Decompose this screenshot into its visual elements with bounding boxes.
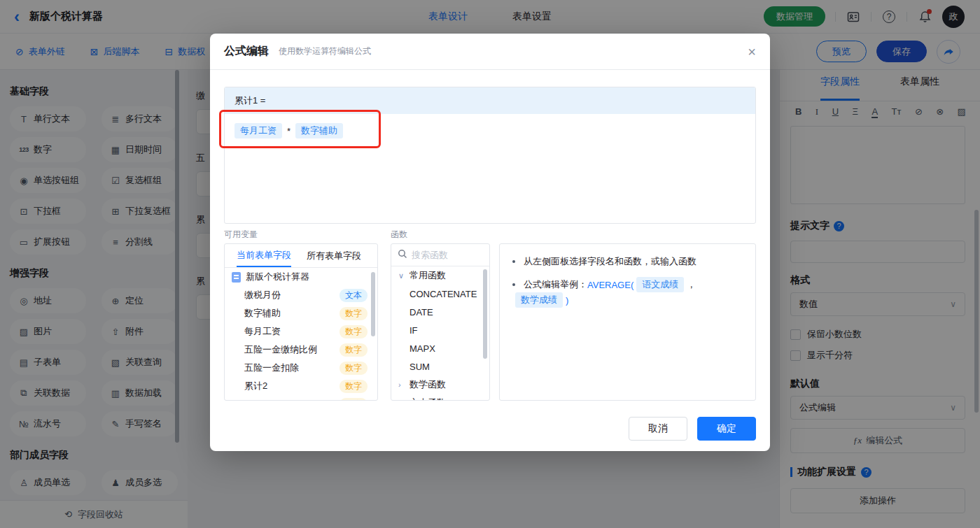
variable-type-badge: 数字 (340, 325, 368, 338)
close-icon[interactable]: × (748, 45, 756, 59)
function-item[interactable]: MAPX (391, 339, 489, 357)
bullet-icon (512, 283, 515, 286)
example-field-chip: 数学成绩 (515, 292, 563, 308)
function-item[interactable]: SUM (391, 357, 489, 376)
tip-text: 从左侧面板选择字段名和函数，或输入函数 (524, 255, 696, 268)
chevron-right-icon: › (398, 380, 405, 389)
function-name: SUM (410, 362, 430, 372)
functions-panel: ∨ 常用函数 CONCATENATE DATE IF (391, 243, 490, 401)
variable-name: 五险一金扣除 (244, 362, 299, 374)
clipped-variable-row: 数字 (225, 395, 377, 401)
function-item[interactable]: IF (391, 321, 489, 339)
app-window: ‹ 新版个税计算器 表单设计 表单设置 数据管理 ? (0, 0, 980, 528)
example-field-chip: 语文成绩 (636, 277, 684, 292)
variable-row[interactable]: 累计2 数字 (225, 377, 377, 395)
variable-type-badge: 数字 (340, 343, 368, 357)
variable-name: 缴税月份 (244, 289, 281, 301)
search-icon (398, 249, 407, 262)
function-group-common[interactable]: ∨ 常用函数 (391, 266, 489, 285)
chevron-down-icon: ∨ (398, 271, 405, 280)
variable-tree-root[interactable]: 新版个税计算器 (225, 268, 377, 286)
formula-editor-area[interactable]: 累计1 = 每月工资 * 数字辅助 (224, 87, 756, 224)
annotation-highlight-rectangle (219, 110, 381, 148)
variable-row[interactable]: 每月工资 数字 (225, 322, 377, 341)
variables-label: 可用变量 (224, 229, 258, 241)
functions-scrollbar[interactable] (483, 269, 487, 359)
variables-panel: 当前表单字段 所有表单字段 新版个税计算器 缴税月份 文本 (224, 243, 378, 401)
tab-current-form-fields[interactable]: 当前表单字段 (237, 244, 291, 267)
variable-type-badge: 数字 (340, 362, 368, 375)
function-name: DATE (410, 307, 433, 317)
function-search-input[interactable] (412, 250, 475, 260)
variable-row[interactable]: 缴税月份 文本 (225, 286, 377, 304)
variable-row[interactable]: 五险一金缴纳比例 数字 (225, 341, 377, 359)
cancel-button[interactable]: 取消 (629, 417, 687, 441)
variable-name: 每月工资 (244, 325, 281, 338)
variable-type-badge: 数字 (340, 307, 368, 320)
variable-row[interactable]: 五险一金扣除 数字 (225, 359, 377, 377)
bullet-icon (512, 260, 515, 263)
variable-type-badge: 数字 (340, 380, 368, 393)
function-name: IF (410, 325, 418, 336)
function-name: MAPX (410, 343, 435, 354)
modal-subtitle: 使用数学运算符编辑公式 (279, 45, 371, 57)
confirm-button[interactable]: 确定 (697, 417, 756, 441)
function-name: CONCATENATE (410, 289, 477, 299)
function-item[interactable]: CONCATENATE (391, 285, 489, 303)
function-item[interactable]: DATE (391, 303, 489, 321)
example-function: AVERAGE( (587, 280, 634, 290)
variable-row[interactable]: 数字辅助 数字 (225, 304, 377, 322)
variable-name: 五险一金缴纳比例 (244, 343, 317, 356)
variable-name: 累计2 (244, 380, 267, 392)
variables-scrollbar[interactable] (371, 272, 375, 336)
formula-help-panel: 从左侧面板选择字段名和函数，或输入函数 公式编辑举例： AVERAGE( 语文成… (499, 243, 756, 401)
form-doc-icon (232, 272, 241, 283)
functions-label: 函数 (391, 229, 407, 241)
formula-editor-modal: 公式编辑 使用数学运算符编辑公式 × 累计1 = 每月工资 * 数字辅助 可用变… (210, 34, 770, 451)
chevron-right-icon: › (398, 399, 405, 401)
modal-title: 公式编辑 (224, 44, 269, 59)
variable-name: 数字辅助 (244, 307, 281, 320)
function-group-collapsed[interactable]: › 数学函数 (391, 376, 489, 394)
variable-type-badge: 文本 (340, 289, 368, 302)
tab-all-form-fields[interactable]: 所有表单字段 (307, 244, 361, 267)
function-group-collapsed[interactable]: › 文本函数 (391, 394, 489, 401)
